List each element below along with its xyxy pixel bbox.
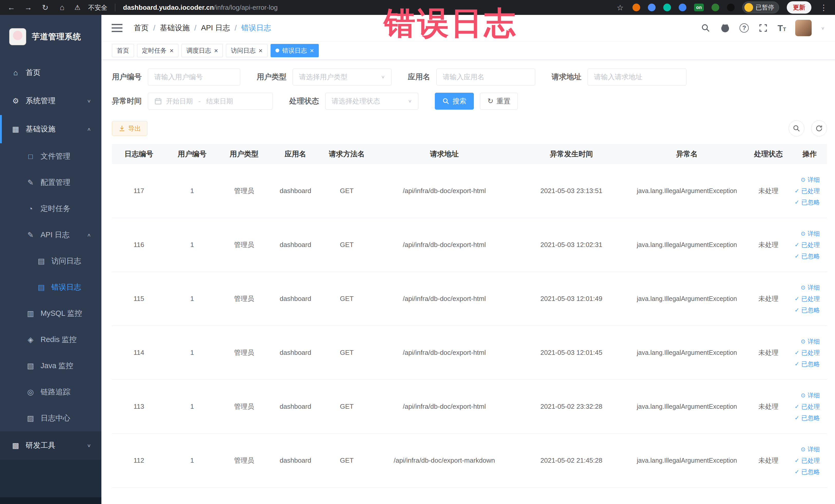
home-icon[interactable]: ⌂ xyxy=(58,3,67,12)
extension-on-badge[interactable]: on xyxy=(694,4,704,11)
ignored-link[interactable]: ✓ 已忽略 xyxy=(795,414,820,422)
view-tab[interactable]: 错误日志 × xyxy=(270,44,319,57)
menu-item-icon: ◔ xyxy=(26,205,36,213)
close-icon[interactable]: × xyxy=(214,47,218,54)
menu-item-icon: ▧ xyxy=(26,362,36,370)
extension-icon[interactable] xyxy=(679,4,686,11)
github-icon[interactable] xyxy=(720,23,730,33)
reset-button[interactable]: ↻ 重置 xyxy=(480,93,518,109)
sidebar-item[interactable]: ◔ 定时任务 xyxy=(0,196,101,222)
sidebar-item[interactable]: ▤ 访问日志 xyxy=(0,248,101,274)
sidebar-item[interactable]: ◈ Redis 监控 xyxy=(0,327,101,353)
extension-icon[interactable] xyxy=(632,4,640,11)
logo[interactable]: 芋道管理系统 xyxy=(0,15,101,59)
ignored-link[interactable]: ✓ 已忽略 xyxy=(795,360,820,368)
sidebar-item[interactable]: ▨ 日志中心 xyxy=(0,405,101,431)
help-icon[interactable]: ? xyxy=(739,23,749,33)
detail-link[interactable]: ⊙ 详细 xyxy=(801,283,820,292)
check-icon: ✓ xyxy=(795,253,799,260)
breadcrumb-label[interactable]: API 日志 xyxy=(201,23,230,33)
user-type-select[interactable]: 请选择用户类型 ∨ xyxy=(292,68,391,85)
detail-link[interactable]: ⊙ 详细 xyxy=(801,337,820,346)
breadcrumb-item[interactable]: 基础设施 / xyxy=(160,23,196,33)
extension-icon[interactable] xyxy=(712,4,719,11)
active-dot-icon xyxy=(276,48,279,53)
search-icon xyxy=(793,124,800,132)
breadcrumb-item[interactable]: 首页 / xyxy=(134,23,155,33)
breadcrumb-label[interactable]: 基础设施 xyxy=(160,23,190,33)
hide-search-button[interactable] xyxy=(789,120,805,136)
ignored-link[interactable]: ✓ 已忽略 xyxy=(795,468,820,476)
sidebar-item[interactable]: ▦ 基础设施 ∧ xyxy=(0,115,101,143)
extension-icon[interactable] xyxy=(663,4,671,11)
sidebar-item[interactable]: ▤ 错误日志 xyxy=(0,274,101,300)
ignored-link[interactable]: ✓ 已忽略 xyxy=(795,252,820,260)
address-bar[interactable]: dashboard.yudao.iocoder.cn /infra/log/ap… xyxy=(123,4,278,12)
user-avatar[interactable] xyxy=(795,20,812,36)
search-button[interactable]: 搜索 xyxy=(435,93,474,109)
ignored-link[interactable]: ✓ 已忽略 xyxy=(795,198,820,206)
logo-title: 芋道管理系统 xyxy=(32,31,81,42)
processed-link[interactable]: ✓ 已处理 xyxy=(795,187,820,195)
detail-link[interactable]: ⊙ 详细 xyxy=(801,176,820,184)
process-status-select[interactable]: 请选择处理状态 ∨ xyxy=(325,93,419,109)
view-tab[interactable]: 调度日志 × xyxy=(182,44,223,57)
collapse-sidebar-icon[interactable] xyxy=(111,23,122,33)
date-range-picker[interactable]: 开始日期 - 结束日期 xyxy=(148,93,273,109)
detail-link-label: 详细 xyxy=(808,283,820,292)
extension-icon[interactable] xyxy=(727,4,735,11)
refresh-button[interactable] xyxy=(811,120,827,136)
ignored-link[interactable]: ✓ 已忽略 xyxy=(795,306,820,314)
back-icon[interactable]: ← xyxy=(7,3,16,12)
processed-link[interactable]: ✓ 已处理 xyxy=(795,295,820,303)
detail-link[interactable]: ⊙ 详细 xyxy=(801,391,820,400)
processed-link[interactable]: ✓ 已处理 xyxy=(795,403,820,411)
export-button[interactable]: 导出 xyxy=(112,121,147,136)
update-button[interactable]: 更新 xyxy=(787,1,811,14)
font-size-icon[interactable]: TT xyxy=(777,23,786,33)
view-tab[interactable]: 首页 xyxy=(112,44,134,57)
forward-icon[interactable]: → xyxy=(24,3,33,12)
sidebar-item[interactable]: ◎ 链路追踪 xyxy=(0,379,101,405)
security-label[interactable]: 不安全 xyxy=(88,3,107,12)
bookmark-star-icon[interactable]: ☆ xyxy=(615,3,625,12)
close-icon[interactable]: × xyxy=(170,47,174,54)
sidebar-item[interactable]: ⌂ 首页 xyxy=(0,59,101,87)
cell-actions: ⊙ 详细 ✓ 已处理 ✓ 已忽略 xyxy=(790,229,827,260)
view-tab[interactable]: 访问日志 × xyxy=(226,44,267,57)
search-icon[interactable] xyxy=(700,23,711,33)
detail-link[interactable]: ⊙ 详细 xyxy=(801,445,820,453)
breadcrumb-label[interactable]: 错误日志 xyxy=(241,23,271,33)
processed-link[interactable]: ✓ 已处理 xyxy=(795,349,820,357)
detail-link[interactable]: ⊙ 详细 xyxy=(801,229,820,238)
request-url-input[interactable] xyxy=(588,68,686,85)
processed-link[interactable]: ✓ 已处理 xyxy=(795,457,820,465)
sidebar-item[interactable]: ▩ 研发工具 ∨ xyxy=(0,431,101,460)
sidebar-item[interactable]: □ 文件管理 xyxy=(0,143,101,169)
breadcrumb-label[interactable]: 首页 xyxy=(134,23,149,33)
select-placeholder: 请选择用户类型 xyxy=(299,73,381,82)
sidebar-item[interactable]: ✎ API 日志 ∧ xyxy=(0,222,101,248)
chevron-down-icon[interactable]: ∨ xyxy=(821,25,825,30)
table-header-cell: 日志编号 xyxy=(112,149,166,159)
breadcrumb-item[interactable]: API 日志 / xyxy=(201,23,237,33)
close-icon[interactable]: × xyxy=(259,47,262,54)
cell-method: GET xyxy=(321,187,372,195)
sidebar-item[interactable]: ⚙ 系统管理 ∨ xyxy=(0,87,101,115)
app-name-input[interactable] xyxy=(436,68,535,85)
view-tab[interactable]: 定时任务 × xyxy=(137,44,178,57)
sidebar-item[interactable]: ▧ Java 监控 xyxy=(0,353,101,379)
breadcrumb-item[interactable]: 错误日志 xyxy=(241,23,271,33)
sidebar-item[interactable]: ▥ MySQL 监控 xyxy=(0,300,101,327)
user-id-input[interactable] xyxy=(148,68,240,85)
close-icon[interactable]: × xyxy=(310,47,314,54)
processed-link[interactable]: ✓ 已处理 xyxy=(795,241,820,249)
eye-icon: ⊙ xyxy=(801,446,806,452)
sidebar-item[interactable]: ✎ 配置管理 xyxy=(0,169,101,196)
profile-paused-chip[interactable]: 已暂停 xyxy=(742,2,779,13)
fullscreen-icon[interactable] xyxy=(758,23,768,33)
menu-item-label: 系统管理 xyxy=(26,96,56,106)
extension-icon[interactable] xyxy=(648,4,656,11)
reload-icon[interactable]: ↻ xyxy=(41,3,50,12)
kebab-menu-icon[interactable]: ⋮ xyxy=(819,3,828,12)
